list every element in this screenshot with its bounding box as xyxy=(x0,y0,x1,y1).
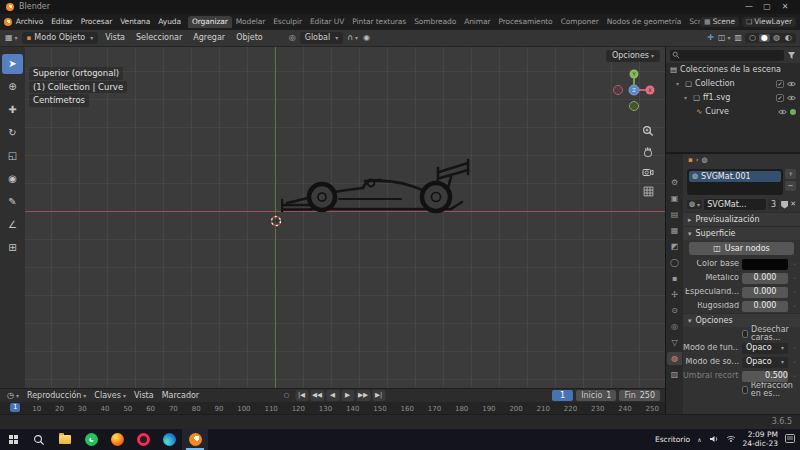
viewport-3d[interactable]: Superior (ortogonal) (1) Collection | Cu… xyxy=(25,47,665,388)
desktop-toolbar-label[interactable]: Escritorio xyxy=(655,436,690,444)
viewport-options-button[interactable]: Opciones xyxy=(606,50,660,62)
tool-move[interactable]: ✚ xyxy=(2,100,23,120)
menu-seleccionar[interactable]: Seleccionar xyxy=(132,34,186,42)
section-superficie[interactable]: Superficie xyxy=(683,226,800,240)
roughness-slider[interactable]: 0.000 xyxy=(742,301,788,312)
zoom-icon[interactable] xyxy=(642,125,654,137)
shading-solid-icon[interactable]: ● xyxy=(759,34,770,42)
start-frame-field[interactable]: Inicio 1 xyxy=(576,390,616,401)
timeline-ruler[interactable]: 1102030405060708090100110120130140150160… xyxy=(0,402,665,414)
browse-material-button[interactable]: ◍ xyxy=(687,200,702,209)
add-slot-button[interactable]: ＋ xyxy=(785,169,796,179)
tab-modelar[interactable]: Modelar xyxy=(232,16,270,28)
backface-culling-checkbox[interactable] xyxy=(742,330,748,338)
blend-mode-dropdown[interactable]: Opaco xyxy=(742,343,788,354)
material-name-field[interactable]: SVGMat... xyxy=(704,199,766,210)
tab-animar[interactable]: Animar xyxy=(460,16,494,28)
camera-view-icon[interactable] xyxy=(642,167,654,177)
properties-tab-view-layer[interactable]: ▦ xyxy=(667,224,682,237)
tab-pintar-texturas[interactable]: Pintar texturas xyxy=(348,16,410,28)
properties-tab-texture[interactable]: ▨ xyxy=(667,368,682,381)
tab-nodos-geometria[interactable]: Nodos de geometría xyxy=(603,16,685,28)
gizmos-toggle-icon[interactable]: ✛ xyxy=(706,34,715,42)
tab-procesamiento[interactable]: Procesamiento xyxy=(494,16,556,28)
use-nodes-button[interactable]: ◫ Usar nodos xyxy=(689,242,794,255)
menu-editar[interactable]: Editar xyxy=(47,18,77,26)
whatsapp-icon[interactable] xyxy=(78,429,104,450)
menu-reproduccion[interactable]: Reproducción xyxy=(25,392,88,400)
next-keyframe-button[interactable]: ▶▶ xyxy=(356,390,370,401)
start-button[interactable] xyxy=(0,429,26,450)
exclude-checkbox[interactable] xyxy=(776,80,784,88)
metallic-slider[interactable]: 0.000 xyxy=(742,273,788,284)
blender-taskbar-icon[interactable] xyxy=(182,429,208,450)
maximize-button[interactable]: ▢ xyxy=(758,3,776,11)
notification-center-button[interactable] xyxy=(785,434,795,445)
animate-decorator-icon[interactable] xyxy=(791,373,798,379)
base-color-swatch[interactable] xyxy=(742,259,788,270)
menu-agregar[interactable]: Agregar xyxy=(189,34,229,42)
properties-tab-world[interactable]: ◯ xyxy=(667,256,682,269)
animate-decorator-icon[interactable] xyxy=(791,289,798,295)
proportional-editing-icon[interactable]: ◉ xyxy=(362,34,371,42)
play-reverse-button[interactable]: ◀ xyxy=(326,390,339,401)
material-slot-item[interactable]: ◍ SVGMat.001 xyxy=(689,171,781,182)
filter-funnel-icon[interactable] xyxy=(787,51,796,60)
menu-claves[interactable]: Claves xyxy=(92,392,128,400)
overlays-toggle-icon[interactable]: ◫ xyxy=(717,34,732,42)
volume-icon[interactable] xyxy=(709,434,719,446)
timeline-editor-icon[interactable]: ◷ xyxy=(5,392,21,400)
animate-decorator-icon[interactable] xyxy=(791,345,798,351)
menu-ayuda[interactable]: Ayuda xyxy=(154,18,185,26)
specular-slider[interactable]: 0.000 xyxy=(742,287,788,298)
properties-tab-output[interactable]: ▤ xyxy=(667,208,682,221)
network-icon[interactable] xyxy=(726,434,736,445)
properties-tab-physics[interactable]: ⊙ xyxy=(667,304,682,317)
close-button[interactable]: ✕ xyxy=(776,3,794,11)
properties-tab-tool[interactable]: ⚙ xyxy=(667,176,682,189)
properties-tab-render[interactable]: ▣ xyxy=(667,192,682,205)
viewlayer-selector[interactable]: ❏ ViewLayer xyxy=(742,17,796,27)
opera-icon[interactable] xyxy=(130,429,156,450)
unlink-material-button[interactable]: ✕ xyxy=(790,201,796,208)
hidden-icons-chevron[interactable]: ∧ xyxy=(697,437,701,443)
play-button[interactable]: ▶ xyxy=(341,390,354,401)
f1-car-drawing[interactable] xyxy=(281,155,471,217)
shadow-mode-dropdown[interactable]: Opaco xyxy=(742,357,788,368)
remove-slot-button[interactable]: − xyxy=(785,181,796,191)
menu-marcador[interactable]: Marcador xyxy=(160,392,201,400)
file-explorer-icon[interactable] xyxy=(52,429,78,450)
tool-cursor[interactable]: ⊕ xyxy=(2,77,23,97)
exclude-checkbox[interactable] xyxy=(776,94,784,102)
expand-caret-icon[interactable]: ▾ xyxy=(684,95,690,101)
menu-procesar[interactable]: Procesar xyxy=(77,18,116,26)
tab-esculpir[interactable]: Esculpir xyxy=(269,16,306,28)
jump-to-start-button[interactable]: |◀ xyxy=(295,390,308,401)
tab-editar-uv[interactable]: Editar UV xyxy=(306,16,348,28)
mode-dropdown[interactable]: ▪ Modo Objeto xyxy=(22,32,99,44)
pivot-point-icon[interactable]: ◎ xyxy=(288,34,297,42)
animate-decorator-icon[interactable] xyxy=(791,261,798,267)
eye-visibility-icon[interactable] xyxy=(778,109,787,115)
minimize-button[interactable]: — xyxy=(740,3,758,11)
current-frame-marker[interactable]: 1 xyxy=(10,403,20,412)
screen-refraction-checkbox[interactable] xyxy=(742,386,748,394)
firefox-icon[interactable] xyxy=(104,429,130,450)
tab-script[interactable]: Script xyxy=(685,16,700,28)
tool-transform[interactable]: ◉ xyxy=(2,169,23,189)
eye-visibility-icon[interactable] xyxy=(787,81,796,87)
users-count-badge[interactable]: 3 xyxy=(768,199,779,210)
properties-tab-object[interactable]: ▪ xyxy=(667,272,682,285)
outliner-search-input[interactable] xyxy=(670,50,784,61)
orientation-dropdown[interactable]: Global xyxy=(300,32,344,44)
grid-toggle-icon[interactable] xyxy=(643,186,654,197)
scene-selector[interactable]: ▦ Scene xyxy=(700,17,739,27)
menu-vista-timeline[interactable]: Vista xyxy=(132,392,156,400)
outliner-item-curve[interactable]: ∿ Curve xyxy=(666,105,800,119)
menu-vista[interactable]: Vista xyxy=(101,34,129,42)
menu-objeto[interactable]: Objeto xyxy=(232,34,267,42)
taskbar-clock[interactable]: 2:09 PM 24-dic-23 xyxy=(743,431,778,448)
properties-tab-scene[interactable]: ◩ xyxy=(667,240,682,253)
jump-to-end-button[interactable]: ▶| xyxy=(372,390,385,401)
section-previsualizacion[interactable]: Previsualización xyxy=(683,212,800,226)
